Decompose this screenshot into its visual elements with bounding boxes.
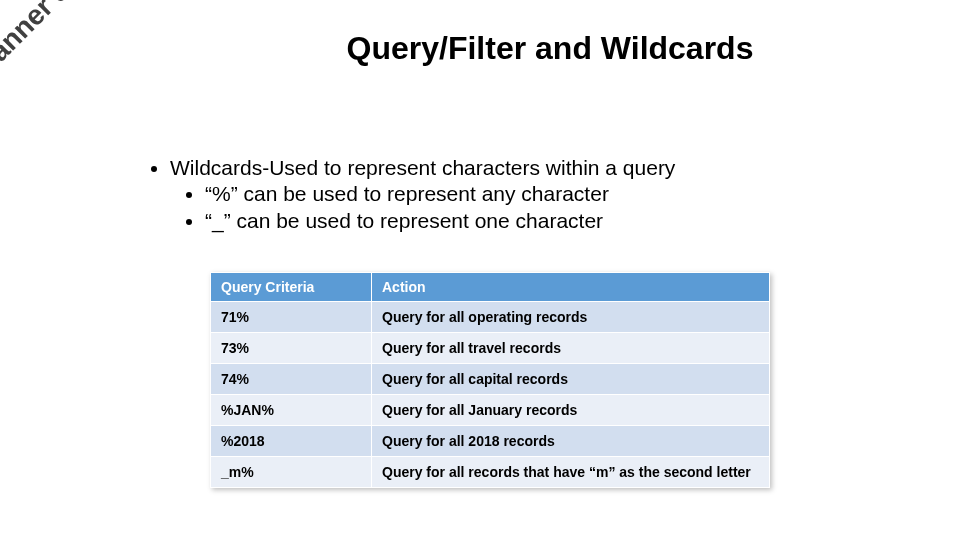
- bullet-list: Wildcards-Used to represent characters w…: [170, 155, 900, 234]
- corner-label: Banner 8 & 9: [0, 0, 112, 82]
- bullet-main-text: Wildcards-Used to represent characters w…: [170, 156, 675, 179]
- table-cell: Query for all January records: [372, 395, 770, 426]
- table-header-cell: Action: [372, 273, 770, 302]
- table-header-row: Query Criteria Action: [211, 273, 770, 302]
- bullet-sub: “%” can be used to represent any charact…: [205, 181, 900, 207]
- table-row: _m% Query for all records that have “m” …: [211, 457, 770, 488]
- table-row: 73% Query for all travel records: [211, 333, 770, 364]
- bullet-sub: “_” can be used to represent one charact…: [205, 208, 900, 234]
- table-cell: 73%: [211, 333, 372, 364]
- wildcards-table: Query Criteria Action 71% Query for all …: [210, 272, 770, 488]
- table-cell: Query for all travel records: [372, 333, 770, 364]
- table-row: %2018 Query for all 2018 records: [211, 426, 770, 457]
- table-cell: %JAN%: [211, 395, 372, 426]
- table-cell: Query for all capital records: [372, 364, 770, 395]
- table-cell: _m%: [211, 457, 372, 488]
- table-cell: Query for all operating records: [372, 302, 770, 333]
- table-cell: 74%: [211, 364, 372, 395]
- bullet-main: Wildcards-Used to represent characters w…: [170, 155, 900, 234]
- table-cell: 71%: [211, 302, 372, 333]
- table-row: %JAN% Query for all January records: [211, 395, 770, 426]
- table-cell: %2018: [211, 426, 372, 457]
- table-row: 71% Query for all operating records: [211, 302, 770, 333]
- table-header-cell: Query Criteria: [211, 273, 372, 302]
- table-row: 74% Query for all capital records: [211, 364, 770, 395]
- slide: Banner 8 & 9 Query/Filter and Wildcards …: [0, 0, 960, 540]
- table-cell: Query for all records that have “m” as t…: [372, 457, 770, 488]
- page-title: Query/Filter and Wildcards: [200, 30, 900, 67]
- table-cell: Query for all 2018 records: [372, 426, 770, 457]
